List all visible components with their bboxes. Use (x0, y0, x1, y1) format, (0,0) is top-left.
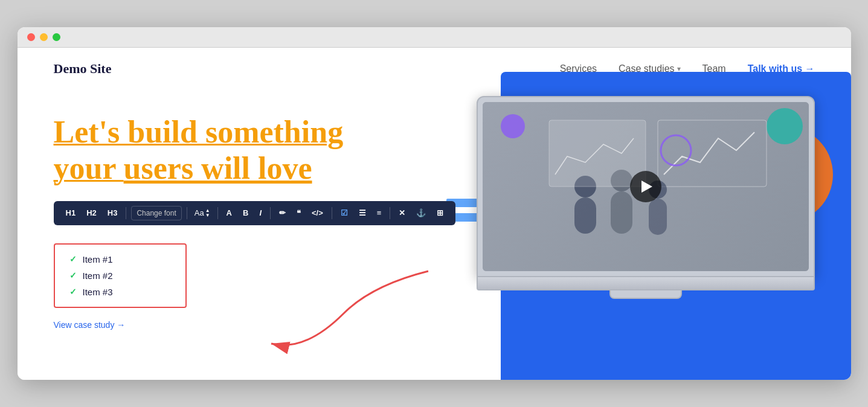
separator (332, 207, 332, 219)
laptop-stand (609, 290, 682, 299)
anchor-button[interactable]: ⚓ (413, 206, 429, 220)
separator (187, 207, 187, 219)
hero-title-highlight: users will love (124, 151, 312, 185)
text-editor-toolbar: H1 H2 H3 Change font Aa ▲ ▼ A (54, 201, 456, 225)
code-button[interactable]: </> (308, 206, 327, 220)
close-dot[interactable] (27, 33, 35, 41)
laptop-base (477, 277, 815, 290)
italic-button[interactable]: I (256, 206, 265, 220)
font-size-button[interactable]: Aa ▲ ▼ (192, 206, 213, 220)
checklist-box: ✓ Item #1 ✓ Item #2 ✓ Item #3 (54, 243, 187, 308)
separator (270, 207, 271, 219)
svg-point-2 (661, 135, 691, 165)
bold-button[interactable]: B (239, 206, 252, 220)
page-content: Demo Site Services Case studies ▾ Team T… (18, 48, 851, 380)
play-icon (641, 181, 652, 193)
browser-window: Demo Site Services Case studies ▾ Team T… (18, 27, 851, 380)
hero-left: Let's build something your users will lo… (54, 96, 465, 330)
hero-section: Let's build something your users will lo… (18, 90, 851, 380)
heading2-button[interactable]: H2 (83, 206, 100, 220)
list-item: ✓ Item #1 (69, 254, 171, 264)
check-icon: ✓ (69, 271, 77, 280)
hero-right (465, 78, 815, 299)
heading3-button[interactable]: H3 (104, 206, 121, 220)
view-case-study-link[interactable]: View case study → (54, 320, 465, 330)
laptop-screen (477, 96, 815, 277)
minimize-dot[interactable] (40, 33, 48, 41)
check-icon: ✓ (69, 287, 77, 296)
numbered-list-button[interactable]: ≡ (373, 206, 385, 220)
link-button[interactable]: ⊞ (433, 206, 447, 220)
svg-rect-8 (649, 199, 667, 235)
svg-rect-4 (574, 197, 596, 234)
hero-title: Let's build something your users will lo… (54, 114, 465, 187)
quote-button[interactable]: ❝ (293, 206, 304, 220)
font-size-arrows: ▲ ▼ (205, 208, 210, 218)
list-item: ✓ Item #3 (69, 287, 171, 297)
separator (126, 207, 126, 219)
browser-titlebar (18, 27, 851, 48)
laptop-screen-content (483, 102, 809, 271)
list-item: ✓ Item #2 (69, 271, 171, 281)
heading1-button[interactable]: H1 (62, 206, 80, 220)
maximize-dot[interactable] (53, 33, 60, 41)
checklist-button[interactable]: ☑ (337, 206, 352, 220)
svg-rect-1 (658, 120, 767, 187)
pencil-button[interactable]: ✏ (275, 206, 289, 220)
svg-rect-9 (549, 120, 646, 187)
site-logo: Demo Site (54, 61, 112, 77)
align-button[interactable]: A (223, 206, 236, 220)
svg-rect-6 (611, 191, 632, 234)
separator (390, 207, 390, 219)
check-icon: ✓ (69, 254, 77, 264)
clear-format-button[interactable]: ✕ (395, 206, 409, 220)
separator (217, 207, 218, 219)
bullet-list-button[interactable]: ☰ (355, 206, 370, 220)
video-play-button[interactable] (630, 171, 661, 202)
laptop-mockup (477, 96, 815, 299)
change-font-button[interactable]: Change font (131, 206, 181, 220)
